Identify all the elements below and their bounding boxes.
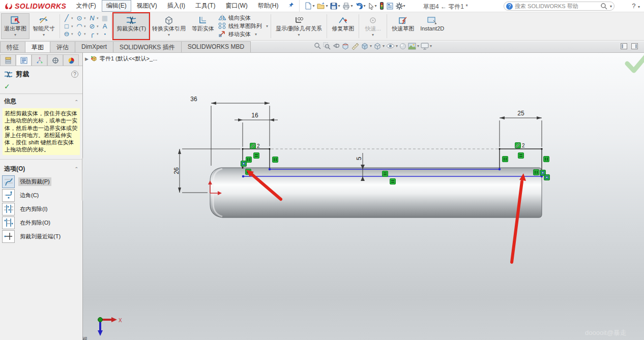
dim-5-value[interactable]: 5 <box>356 157 363 160</box>
convert-entities-button[interactable]: 转换实体引用 ▾ <box>149 13 189 39</box>
option-trim-inside[interactable]: 在内剪除(I) <box>0 202 82 216</box>
open-document-button[interactable]: ▾ <box>316 2 329 10</box>
search-options-caret-icon[interactable]: ▾ <box>610 4 612 9</box>
menu-insert[interactable]: 插入(I) <box>163 0 190 12</box>
tab-evaluate[interactable]: 评估 <box>50 41 75 52</box>
display-manager-tab[interactable] <box>63 54 79 66</box>
grid-tool-icon[interactable]: ▦ <box>101 15 109 22</box>
trim-feature-icon <box>4 71 13 78</box>
tab-sketch[interactable]: 草图 <box>25 41 50 52</box>
dim-26-value[interactable]: 26 <box>173 167 180 174</box>
select-cursor-button[interactable]: ▾ <box>367 2 378 10</box>
spline-tool-icon[interactable]: N <box>88 15 96 22</box>
menu-edit[interactable]: 编辑(E) <box>102 0 131 12</box>
file-properties-button[interactable] <box>386 2 394 10</box>
dim-16-value[interactable]: 16 <box>251 112 258 119</box>
section-view-icon[interactable] <box>341 42 349 50</box>
dimension-25[interactable] <box>500 118 542 147</box>
linear-pattern-button[interactable]: 线性草图阵列 ▾ <box>217 22 269 30</box>
text-tool-icon[interactable]: A <box>101 23 109 30</box>
ok-check-icon[interactable]: ✓ <box>4 82 10 90</box>
search-help-box[interactable]: ? 搜索 SOLIDWORKS 帮助 ▾ <box>504 2 614 11</box>
dim-36-value[interactable]: 36 <box>190 96 197 103</box>
property-help-icon[interactable]: ? <box>71 71 78 78</box>
circle-tool-icon[interactable]: ⊙ <box>75 15 83 22</box>
print-button[interactable]: ▾ <box>341 2 354 10</box>
tree-expand-icon[interactable]: ▶ <box>85 56 89 61</box>
graphics-viewport[interactable]: ▶ 零件1 (默认<<默认>_... <box>83 53 644 340</box>
tab-features[interactable]: 特征 <box>0 41 25 52</box>
split-pane-left-icon[interactable] <box>621 43 627 49</box>
left-step-sketch[interactable] <box>243 149 270 169</box>
tree-root-label[interactable]: 零件1 (默认<<默认>_... <box>100 55 157 63</box>
undo-button[interactable]: ▾ <box>355 2 367 10</box>
repair-sketch-button[interactable]: 修复草图 <box>329 13 357 39</box>
point-tool-icon[interactable]: ▪ <box>101 30 109 38</box>
arc-tool-icon[interactable]: ◠ <box>75 23 83 30</box>
option-trim-outside[interactable]: 在外剪除(O) <box>0 216 82 230</box>
dimension-36[interactable] <box>211 103 270 166</box>
new-document-button[interactable]: ▾ <box>304 2 315 10</box>
save-button[interactable]: ▾ <box>329 2 341 10</box>
menu-tools[interactable]: 工具(T) <box>191 0 220 12</box>
option-trim-closest[interactable]: 剪裁到最近端(T) <box>0 230 82 243</box>
dimxpert-manager-tab[interactable] <box>47 54 63 66</box>
mirror-entities-button[interactable]: 镜向实体 <box>217 14 269 22</box>
menu-help[interactable]: 帮助(H) <box>253 0 283 12</box>
dimension-26[interactable] <box>180 149 241 193</box>
split-pane-right-icon[interactable] <box>631 43 638 49</box>
ellipse-tool-icon[interactable]: ⊘ <box>88 23 96 30</box>
options-section-header[interactable]: 选项(O) ⌃ <box>0 162 82 175</box>
power-trim-icon[interactable] <box>2 175 15 188</box>
view-orientation-icon[interactable]: ▾ <box>361 42 372 50</box>
menu-file[interactable]: 文件(F) <box>71 0 100 12</box>
display-style-icon[interactable]: ▾ <box>373 42 385 50</box>
menu-view[interactable]: 视图(V) <box>132 0 162 12</box>
option-power-trim[interactable]: 强劲剪裁(P) <box>0 175 82 189</box>
right-step-sketch[interactable] <box>500 149 542 176</box>
pin-menu-icon[interactable] <box>288 2 294 10</box>
shaft-body[interactable] <box>210 168 542 218</box>
rebuild-traffic-light-icon[interactable] <box>378 2 385 10</box>
feature-tree-flyout[interactable]: ▶ 零件1 (默认<<默认>_... <box>85 55 157 63</box>
dim-25-value[interactable]: 25 <box>517 110 524 117</box>
configuration-manager-tab[interactable] <box>32 54 47 66</box>
move-entities-button[interactable]: 移动实体 ▾ <box>217 30 269 38</box>
info-section-header[interactable]: 信息 ⌃ <box>0 94 82 107</box>
options-gear-button[interactable]: ▾ <box>395 2 406 10</box>
collapse-options-icon[interactable]: ⌃ <box>74 166 78 171</box>
search-icon[interactable] <box>600 3 607 10</box>
collapse-info-icon[interactable]: ⌃ <box>74 99 78 104</box>
tab-addins[interactable]: SOLIDWORKS 插件 <box>113 41 182 52</box>
property-manager-tab[interactable] <box>16 54 32 66</box>
hide-show-items-icon[interactable]: ▾ <box>386 43 398 49</box>
line-tool-icon[interactable]: ╱ <box>63 15 71 22</box>
apply-scene-icon[interactable]: ▾ <box>408 43 419 50</box>
rapid-sketch-button[interactable]: 快速草图 <box>389 13 417 39</box>
document-title: 草图4 ← 零件1 * <box>423 3 468 11</box>
smart-dimension-button[interactable]: 智能尺寸 ▾ <box>30 13 58 39</box>
previous-view-icon[interactable] <box>332 42 340 50</box>
instant2d-button[interactable]: Instant2D <box>417 13 447 39</box>
slot-tool-icon[interactable]: ⊖ <box>63 30 71 38</box>
display-delete-relations-button[interactable]: 显示/删除几何关系 ▾ <box>273 13 325 39</box>
rectangle-tool-icon[interactable]: □ <box>63 23 71 30</box>
offset-entities-button[interactable]: 等距实体 <box>189 13 217 39</box>
tab-dimxpert[interactable]: DimXpert <box>75 41 113 52</box>
measure-icon[interactable] <box>351 42 359 50</box>
polygon-tool-icon[interactable]: ◊ <box>75 30 83 38</box>
help-menu-button[interactable]: ? ▾ <box>632 2 640 10</box>
feature-manager-tab[interactable] <box>0 54 16 66</box>
menu-window[interactable]: 窗口(W) <box>221 0 252 12</box>
confirmation-corner-check-icon[interactable] <box>627 55 644 71</box>
tab-mbd[interactable]: SOLIDWORKS MBD <box>181 41 251 52</box>
fillet-tool-icon[interactable]: ╭ <box>88 30 96 38</box>
trim-entities-button[interactable]: 剪裁实体(T) <box>113 13 149 39</box>
exit-sketch-button[interactable]: 退出草图 ▾ <box>1 13 30 39</box>
option-corner[interactable]: 边角(C) <box>0 189 82 202</box>
view-settings-icon[interactable]: ▾ <box>421 43 432 50</box>
zoom-to-fit-icon[interactable] <box>314 42 321 50</box>
zoom-to-area-icon[interactable] <box>323 42 331 50</box>
dimension-16[interactable] <box>235 120 278 147</box>
edit-appearance-icon[interactable] <box>399 43 406 50</box>
